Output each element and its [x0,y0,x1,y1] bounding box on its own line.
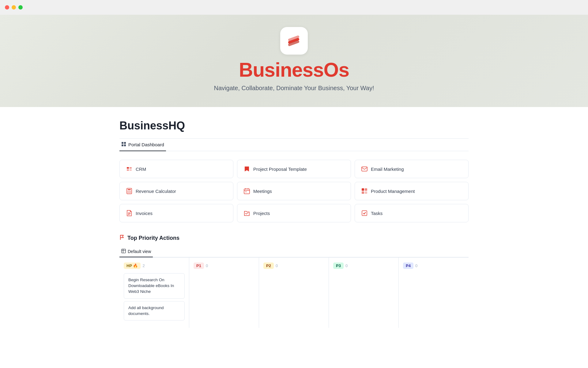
priority-count-p3: 0 [345,263,348,268]
svg-rect-28 [362,191,364,194]
badge-p3-label: P3 [336,263,341,268]
card-tasks[interactable]: Tasks [355,204,469,222]
card-product-management-label: Product Management [371,189,415,194]
card-projects[interactable]: Projects [237,204,351,222]
priority-count-hp: 2 [142,263,145,268]
svg-point-15 [128,191,128,192]
minimize-button[interactable] [12,5,16,10]
view-tab-label: Default view [128,249,151,254]
priority-count-p1: 0 [206,263,208,268]
tab-portal-dashboard[interactable]: Portal Dashboard [119,139,166,151]
card-email-marketing-label: Email Marketing [371,167,404,172]
card-product-management[interactable]: Product Management [355,182,469,200]
badge-p3: P3 [333,263,344,269]
svg-rect-26 [362,188,364,191]
card-invoices[interactable]: Invoices [119,204,233,222]
priority-header-p2: P2 0 [263,263,324,269]
brand-accent: Os [324,59,349,81]
crm-icon [126,166,133,172]
badge-p4-label: P4 [406,263,411,268]
svg-rect-6 [122,144,123,146]
card-email-marketing[interactable]: Email Marketing [355,160,469,178]
card-project-proposal-label: Project Proposal Template [253,167,307,172]
svg-point-18 [128,192,128,193]
badge-p4: P4 [403,263,413,269]
bookmark-icon [243,166,250,172]
priority-section-title: Top Priority Actions [127,235,179,241]
card-invoices-label: Invoices [136,211,153,216]
brand-dark: Business [239,59,324,81]
svg-rect-21 [244,189,250,194]
priority-header-hp: HP 🔥 2 [124,263,185,269]
hero-subtitle: Navigate, Collaborate, Dominate Your Bus… [214,85,374,92]
brand-name: BusinessOs [239,60,349,80]
card-revenue-calculator[interactable]: Revenue Calculator [119,182,233,200]
table-icon [121,249,126,254]
svg-rect-4 [122,142,123,144]
view-tabs: Default view [119,246,469,257]
priority-col-hp: HP 🔥 2 Begin Research On Downloadable eB… [119,258,189,328]
badge-p1-label: P1 [196,263,201,268]
logo-icon [285,32,303,49]
svg-point-17 [130,191,131,192]
priority-col-p4: P4 0 [399,258,469,328]
priority-col-p2: P2 0 [259,258,329,328]
badge-hp-label: HP 🔥 [126,263,138,268]
svg-rect-33 [362,211,367,216]
hero-banner: BusinessOs Navigate, Collaborate, Domina… [0,15,588,107]
svg-rect-11 [130,169,132,171]
task-card-2[interactable]: Add all background documents. [124,301,185,321]
main-content: BusinessHQ Portal Dashboard [95,107,493,346]
titlebar [0,0,588,15]
card-projects-label: Projects [253,211,270,216]
priority-col-p3: P3 0 [329,258,399,328]
priority-section-header: Top Priority Actions [119,235,469,241]
svg-rect-29 [365,191,367,194]
tab-label: Portal Dashboard [128,142,164,147]
priority-header-p3: P3 0 [333,263,394,269]
card-meetings-label: Meetings [253,189,272,194]
svg-rect-25 [245,191,247,192]
svg-rect-5 [124,142,126,144]
priority-grid: HP 🔥 2 Begin Research On Downloadable eB… [119,257,469,328]
priority-col-p1: P1 0 [189,258,259,328]
main-tabs: Portal Dashboard [119,139,469,151]
email-icon [361,166,368,172]
svg-point-20 [130,192,131,193]
svg-rect-14 [128,189,131,190]
badge-hp: HP 🔥 [124,263,141,269]
badge-p2: P2 [263,263,274,269]
tasks-icon [361,210,368,217]
svg-rect-10 [127,169,129,171]
svg-rect-12 [362,167,367,171]
svg-rect-8 [127,167,129,169]
page-title: BusinessHQ [119,119,469,132]
svg-rect-27 [365,188,367,191]
card-meetings[interactable]: Meetings [237,182,351,200]
priority-count-p2: 0 [276,263,278,268]
card-crm-label: CRM [136,167,146,172]
card-tasks-label: Tasks [371,211,383,216]
svg-rect-34 [122,249,126,253]
priority-count-p4: 0 [415,263,417,268]
svg-point-16 [129,191,130,192]
card-revenue-calculator-label: Revenue Calculator [136,189,176,194]
tab-default-view[interactable]: Default view [119,246,153,257]
close-button[interactable] [5,5,9,10]
card-crm[interactable]: CRM [119,160,233,178]
projects-icon [243,210,250,217]
priority-header-p4: P4 0 [403,263,464,269]
svg-rect-7 [124,144,126,146]
app-grid: CRM Project Proposal Template Email Mark… [119,160,469,222]
svg-rect-9 [130,167,132,169]
maximize-button[interactable] [18,5,23,10]
calendar-icon [243,188,250,194]
invoice-icon [126,210,133,217]
priority-header-p1: P1 0 [194,263,254,269]
card-project-proposal[interactable]: Project Proposal Template [237,160,351,178]
grid-icon [121,142,126,148]
task-card-1[interactable]: Begin Research On Downloadable eBooks In… [124,273,185,299]
flag-icon [119,235,125,241]
svg-point-19 [129,192,130,193]
badge-p1: P1 [194,263,204,269]
